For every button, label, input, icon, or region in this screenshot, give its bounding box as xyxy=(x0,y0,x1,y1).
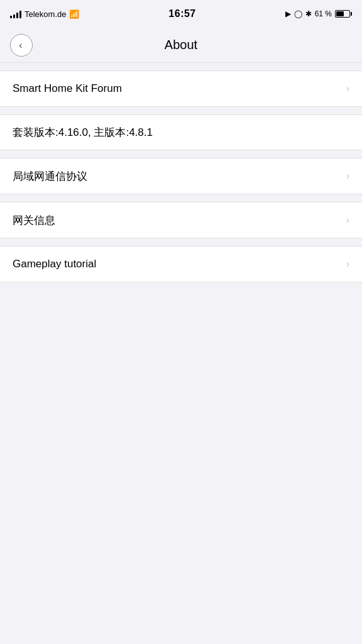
lan-protocol-label: 局域网通信协议 xyxy=(13,169,87,184)
gateway-info-section: 网关信息 › xyxy=(0,202,362,238)
content-area: Smart Home Kit Forum › 套装版本:4.16.0, 主版本:… xyxy=(0,63,362,282)
wifi-icon: 📶 xyxy=(69,9,79,19)
gameplay-tutorial-label: Gameplay tutorial xyxy=(13,258,96,270)
navigation-bar: ‹ About xyxy=(0,28,362,63)
gateway-info-chevron-icon: › xyxy=(346,214,349,226)
version-section: 套装版本:4.16.0, 主版本:4.8.1 xyxy=(0,114,362,150)
battery-icon xyxy=(335,10,352,18)
forum-section: Smart Home Kit Forum › xyxy=(0,70,362,107)
forum-label: Smart Home Kit Forum xyxy=(13,82,122,95)
page-title: About xyxy=(165,38,197,52)
gameplay-tutorial-section: Gameplay tutorial › xyxy=(0,246,362,282)
version-label: 套装版本:4.16.0, 主版本:4.8.1 xyxy=(13,126,153,138)
battery-percent-label: 61 % xyxy=(315,9,332,18)
gameplay-tutorial-list-item[interactable]: Gameplay tutorial › xyxy=(0,247,362,282)
alarm-icon: ◯ xyxy=(294,9,302,18)
gameplay-tutorial-chevron-icon: › xyxy=(346,258,349,270)
forum-chevron-icon: › xyxy=(346,83,349,94)
bluetooth-icon: ✱ xyxy=(305,9,312,18)
back-chevron-icon: ‹ xyxy=(19,40,22,50)
lan-protocol-chevron-icon: › xyxy=(346,170,349,182)
forum-list-item[interactable]: Smart Home Kit Forum › xyxy=(0,71,362,106)
status-time: 16:57 xyxy=(168,8,195,19)
gateway-info-label: 网关信息 xyxy=(13,213,55,228)
status-bar: Telekom.de 📶 16:57 ▶ ◯ ✱ 61 % xyxy=(0,0,362,28)
carrier-label: Telekom.de xyxy=(25,9,66,19)
lan-protocol-list-item[interactable]: 局域网通信协议 › xyxy=(0,158,362,194)
location-icon: ▶ xyxy=(285,9,291,18)
lan-protocol-section: 局域网通信协议 › xyxy=(0,158,362,194)
gateway-info-list-item[interactable]: 网关信息 › xyxy=(0,203,362,238)
status-left: Telekom.de 📶 xyxy=(10,9,79,19)
status-right: ▶ ◯ ✱ 61 % xyxy=(285,9,352,18)
back-button[interactable]: ‹ xyxy=(10,34,33,57)
signal-strength-icon xyxy=(10,9,21,18)
